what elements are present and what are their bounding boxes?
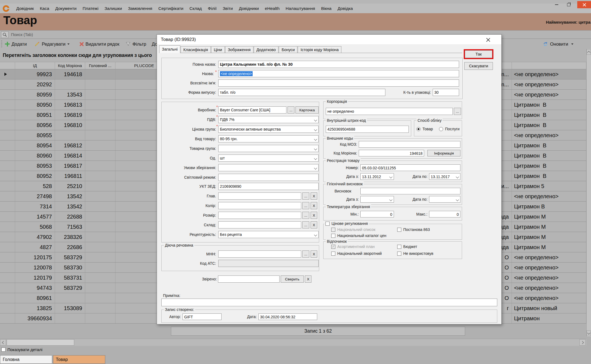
product-group-select[interactable]: [218, 145, 319, 152]
producer-browse-button[interactable]: ...: [288, 106, 294, 114]
dialog-close-button[interactable]: [485, 37, 491, 43]
bottom-tab-0[interactable]: Головна: [0, 355, 52, 364]
size-field[interactable]: [218, 212, 301, 219]
storage-conditions-select[interactable]: [218, 164, 319, 171]
size-browse-button[interactable]: ...: [302, 212, 309, 219]
per-pack-field[interactable]: 30: [433, 89, 459, 96]
column-header-morion[interactable]: Код Моріона: [55, 62, 85, 69]
temp-min-field[interactable]: 0: [360, 211, 394, 217]
column-header-name[interactable]: [512, 62, 586, 69]
author-field[interactable]: GIFT: [183, 313, 222, 320]
scroll-left-button[interactable]: [0, 339, 6, 346]
verify-button[interactable]: Сверить: [281, 275, 304, 283]
producer-card-button[interactable]: Карточка: [296, 106, 319, 114]
radio-poslugy[interactable]: Послуги: [439, 127, 460, 131]
dialog-tab-1[interactable]: Класифікація: [181, 46, 211, 53]
restore-button[interactable]: [564, 1, 573, 8]
prescription-select[interactable]: Без рецепта: [218, 231, 319, 238]
world-name-field[interactable]: [218, 79, 459, 87]
menu-item-7[interactable]: Склад: [186, 4, 205, 13]
resolution-863-checkbox[interactable]: Постанова 863: [397, 227, 430, 232]
hyg-date-to-select[interactable]: [429, 196, 460, 203]
mnn-browse-button[interactable]: ...: [302, 250, 309, 258]
producer-field[interactable]: Bayer Consumer Care [США]: [218, 106, 286, 114]
national-return-checkbox[interactable]: Національний зворотний: [331, 251, 382, 256]
price-group-select[interactable]: Биологически активные вещества: [218, 126, 319, 133]
mnn-field[interactable]: [218, 250, 301, 258]
corporation-field[interactable]: не определено: [326, 108, 453, 115]
created-date-field[interactable]: 30.04.2020 08:56:32: [258, 313, 317, 320]
info-button[interactable]: Інформація: [427, 150, 460, 156]
radio-tovar[interactable]: Товар: [416, 127, 433, 131]
refresh-button[interactable]: Оновити: [543, 39, 573, 49]
show-details-checkbox[interactable]: Показувати деталі: [1, 347, 42, 352]
temp-max-field[interactable]: 0: [429, 211, 460, 217]
sklad-browse-button[interactable]: ...: [302, 221, 309, 228]
column-header-id[interactable]: ІД: [15, 62, 55, 69]
color-browse-button[interactable]: ...: [302, 202, 309, 209]
light-mode-field[interactable]: [218, 174, 319, 181]
glav-clear-button[interactable]: X: [311, 192, 317, 200]
dialog-tab-0[interactable]: Загальні: [159, 45, 180, 53]
scroll-up-button[interactable]: [587, 49, 591, 55]
dialog-titlebar[interactable]: Товар (ID:99923): [157, 35, 501, 44]
menu-item-3[interactable]: Платежі: [79, 4, 101, 13]
menu-item-10[interactable]: Довідники: [236, 4, 262, 13]
vat-select[interactable]: ПДВ 7%: [218, 116, 319, 123]
morion-code-field[interactable]: 194618: [359, 150, 424, 156]
name-field[interactable]: <не определено>: [218, 70, 459, 77]
menu-item-5[interactable]: Замовлення: [125, 4, 155, 13]
dialog-tab-4[interactable]: Додатково: [254, 46, 279, 53]
horizontal-scroll-thumb[interactable]: [7, 339, 74, 346]
scroll-right-button[interactable]: [579, 339, 586, 346]
minimize-button[interactable]: [552, 1, 561, 8]
product-kind-select[interactable]: 80-95 грн.: [218, 135, 319, 142]
edit-button[interactable]: Редагувати: [34, 39, 70, 49]
delete-row-button[interactable]: Видалити рядок: [79, 39, 119, 49]
verified-field[interactable]: [218, 275, 280, 283]
horizontal-scrollbar[interactable]: [0, 339, 586, 346]
conclusion-field[interactable]: [360, 188, 460, 194]
ok-button[interactable]: Так: [465, 50, 492, 58]
menu-item-13[interactable]: Вікна: [318, 4, 335, 13]
filter-button[interactable]: Фільтр: [126, 39, 146, 49]
price-regulation-checkbox[interactable]: Цінове регулювання: [325, 221, 369, 226]
sklad-clear-button[interactable]: X: [311, 221, 317, 228]
dialog-tab-5[interactable]: Бонуси: [279, 46, 297, 53]
menu-item-0[interactable]: Довідник: [13, 4, 37, 13]
corporation-browse-button[interactable]: ...: [454, 108, 461, 115]
toolbar-grip-handle[interactable]: [1, 40, 2, 48]
color-field[interactable]: [218, 202, 301, 209]
menu-item-6[interactable]: Сертифікати: [155, 4, 186, 13]
menu-item-11[interactable]: eHealth: [262, 4, 283, 13]
release-form-field[interactable]: табл. п/о: [218, 89, 385, 96]
note-field[interactable]: [161, 299, 497, 306]
size-clear-button[interactable]: X: [311, 212, 317, 219]
hyg-date-from-select[interactable]: [360, 196, 394, 203]
moz-code-field[interactable]: [359, 141, 460, 148]
column-header-ind[interactable]: [0, 62, 15, 69]
barcode-field[interactable]: 4250369504688: [326, 126, 409, 133]
cancel-button[interactable]: Скасувати: [464, 62, 493, 70]
glav-browse-button[interactable]: ...: [302, 192, 309, 200]
glav-field[interactable]: [218, 192, 301, 200]
menu-item-4[interactable]: Залишки: [101, 4, 125, 13]
menu-item-2[interactable]: Документи: [52, 4, 79, 13]
reg-date-from-select[interactable]: 13.11.2012: [360, 173, 394, 180]
menu-item-14[interactable]: Довідка: [335, 4, 356, 13]
budget-checkbox[interactable]: Бюджет: [397, 244, 417, 249]
vertical-scrollbar[interactable]: [586, 49, 591, 337]
ukt-zed-field[interactable]: 2106909890: [218, 183, 319, 190]
not-used-checkbox[interactable]: Не використовув: [397, 251, 433, 256]
add-button[interactable]: Додати: [5, 39, 27, 49]
close-button[interactable]: [577, 1, 591, 8]
menu-item-9[interactable]: Звіти: [220, 4, 236, 13]
menu-item-12[interactable]: Налаштування: [283, 4, 318, 13]
full-name-field[interactable]: Цитра Кальцемин таб. п/о фл. № 30: [218, 61, 459, 68]
dialog-tab-2[interactable]: Ціни: [211, 46, 225, 53]
scroll-down-button[interactable]: [587, 330, 591, 336]
menu-item-8[interactable]: Філії: [205, 4, 220, 13]
sklad-field[interactable]: [218, 221, 301, 228]
national-catalog-checkbox[interactable]: Национальный каталог цен: [331, 233, 386, 238]
verify-clear-button[interactable]: X: [305, 275, 311, 283]
